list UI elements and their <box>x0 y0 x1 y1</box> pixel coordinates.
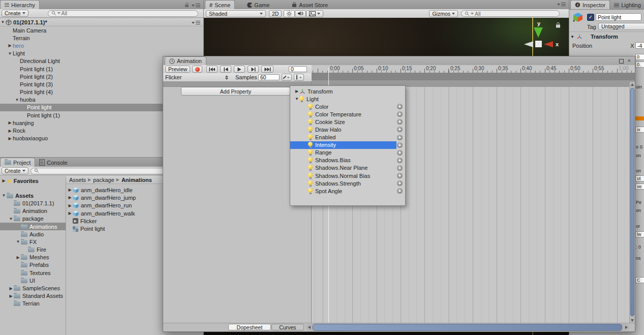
search-input[interactable]: All <box>48 10 198 17</box>
hierarchy-item[interactable]: ▶Main Camera <box>0 26 203 34</box>
previous-frame-button[interactable] <box>220 66 231 73</box>
popup-group-light[interactable]: ▼ Light <box>290 95 405 103</box>
scroll-left-arrow-icon[interactable] <box>308 326 311 329</box>
popup-item-color[interactable]: Color+ <box>290 103 405 110</box>
tab-animation[interactable]: Animation <box>165 56 206 65</box>
panel-menu-icon[interactable] <box>557 3 566 6</box>
project-folder[interactable]: ▼FX <box>0 238 66 246</box>
scene-audio-toggle-button[interactable] <box>295 10 306 17</box>
project-folder[interactable]: ▶01(2017.1.1) <box>0 199 66 207</box>
add-property-plus-icon[interactable]: + <box>397 104 403 109</box>
shaded-dropdown[interactable]: Shaded <box>206 10 266 17</box>
popup-item-shadows-bias[interactable]: Shadows.Bias+ <box>290 157 405 164</box>
scroll-right-arrow-icon[interactable] <box>625 326 628 329</box>
next-frame-button[interactable] <box>248 66 259 73</box>
position-x-field[interactable]: -4 <box>635 42 644 49</box>
create-button[interactable]: Create <box>2 167 28 174</box>
record-button[interactable] <box>192 66 202 73</box>
project-folder[interactable]: ▶Prefabs <box>0 261 66 269</box>
horizontal-scrollbar[interactable] <box>306 324 629 331</box>
add-keyframe-button[interactable]: + <box>282 74 292 81</box>
popup-item-draw-halo[interactable]: Draw Halo+ <box>290 126 405 133</box>
popup-item-enabled[interactable]: Enabled+ <box>290 134 405 141</box>
project-folder[interactable]: ▶Animation <box>0 207 66 215</box>
add-property-plus-icon[interactable]: + <box>397 142 403 148</box>
popup-item-range[interactable]: Range+ <box>290 149 405 157</box>
project-folder-selected[interactable]: ▶Animations <box>0 223 66 230</box>
tab-dopesheet[interactable]: Dopesheet <box>228 324 271 330</box>
tab-scene[interactable]: # Scene <box>205 0 235 9</box>
popup-item-cookie-size[interactable]: Cookie Size+ <box>290 118 405 126</box>
scene-lighting-toggle-button[interactable] <box>284 10 295 17</box>
scene-search-input[interactable]: All <box>461 10 560 17</box>
tab-game[interactable]: Game <box>243 1 273 9</box>
add-property-plus-icon[interactable]: + <box>397 127 403 132</box>
project-folder[interactable]: ▼package <box>0 215 66 223</box>
gizmos-dropdown[interactable]: Gizmos <box>429 10 458 17</box>
add-event-button[interactable]: + <box>294 74 304 81</box>
add-property-plus-icon[interactable]: + <box>397 135 403 140</box>
transform-component-header[interactable]: ▼ Transform <box>570 34 618 40</box>
lock-icon[interactable] <box>185 2 189 9</box>
add-property-plus-icon[interactable]: + <box>397 111 403 117</box>
add-property-plus-icon[interactable]: + <box>397 150 403 156</box>
hierarchy-item[interactable]: ▶Terrain <box>0 34 203 42</box>
add-property-plus-icon[interactable]: + <box>397 180 403 186</box>
active-checkbox[interactable]: ✓ <box>587 14 594 21</box>
popup-item-spot-angle[interactable]: Spot Angle+ <box>290 187 405 195</box>
add-property-button[interactable]: Add Property <box>181 87 290 96</box>
scroll-up-arrow-icon[interactable] <box>631 83 634 86</box>
tab-hierarchy[interactable]: Hierarchy <box>0 0 40 9</box>
breadcrumb-assets[interactable]: Assets <box>69 177 86 183</box>
breadcrumb-animations[interactable]: Animations <box>121 177 152 183</box>
popup-item-shadows-near-plane[interactable]: Shadows.Near Plane+ <box>290 164 405 172</box>
project-folder[interactable]: ▶UI <box>0 277 66 284</box>
add-property-plus-icon[interactable]: + <box>397 119 403 125</box>
tab-project[interactable]: Project <box>0 158 35 167</box>
scene-menu-icon[interactable] <box>192 21 200 24</box>
scene-effects-dropdown[interactable] <box>306 10 323 17</box>
project-folder[interactable]: ▼Assets <box>0 192 66 199</box>
gizmo-z-axis-cone[interactable] <box>524 41 533 47</box>
popup-item-intensity-selected[interactable]: Intensity+ <box>290 141 405 149</box>
project-folder[interactable]: ▶Textures <box>0 269 66 277</box>
popup-item-color-temperature[interactable]: Color Temperature+ <box>290 110 405 118</box>
object-name-field[interactable]: Point light <box>596 13 641 21</box>
add-property-plus-icon[interactable]: + <box>397 158 403 163</box>
samples-field[interactable]: 60 <box>258 74 280 80</box>
project-folder[interactable]: ▶Standard Assets <box>0 292 66 300</box>
vertical-scrollbar-thumb[interactable] <box>630 88 634 316</box>
tab-asset-store[interactable]: Asset Store <box>288 1 332 9</box>
scene-lock-icon[interactable] <box>556 22 561 29</box>
collapse-arrow-icon[interactable]: ▼ <box>570 35 574 39</box>
project-folder[interactable]: ▶Terrian <box>0 300 66 308</box>
popup-item-shadows-normal-bias[interactable]: Shadows.Normal Bias+ <box>290 172 405 179</box>
vertical-scrollbar[interactable] <box>629 82 635 323</box>
gizmo-x-axis-cone[interactable] <box>544 41 553 47</box>
add-property-plus-icon[interactable]: + <box>397 188 403 194</box>
project-folder[interactable]: ▶Meshes <box>0 254 66 261</box>
project-folder[interactable]: ▶SampleScenes <box>0 284 66 292</box>
collapse-arrow-icon[interactable]: ▼ <box>294 97 299 101</box>
add-property-plus-icon[interactable]: + <box>397 165 403 171</box>
add-property-plus-icon[interactable]: + <box>397 173 403 178</box>
tab-console[interactable]: Console <box>35 158 71 167</box>
play-button[interactable] <box>234 66 245 73</box>
breadcrumb-package[interactable]: package <box>93 177 114 183</box>
clip-dropdown[interactable]: Flicker <box>163 74 228 80</box>
create-button[interactable]: Create <box>2 10 28 17</box>
go-to-end-button[interactable] <box>261 66 273 73</box>
tag-dropdown[interactable]: Untagged <box>598 23 644 30</box>
gizmo-y-axis-cone[interactable] <box>534 27 543 38</box>
go-to-start-button[interactable] <box>206 66 218 73</box>
project-folder[interactable]: ▶★Favorites <box>0 177 66 185</box>
scroll-down-arrow-icon[interactable] <box>631 319 634 322</box>
current-frame-field[interactable]: 0 <box>289 66 307 72</box>
popup-item-shadows-strength[interactable]: Shadows.Strength+ <box>290 179 405 187</box>
tab-curves[interactable]: Curves <box>271 324 304 330</box>
gizmo-center-cube[interactable] <box>535 41 542 47</box>
maximize-icon[interactable] <box>619 59 624 64</box>
tab-lighting[interactable]: Lighting <box>610 1 644 9</box>
hierarchy-item[interactable]: ▶hero <box>0 42 203 49</box>
2d-toggle-button[interactable]: 2D <box>269 10 282 17</box>
